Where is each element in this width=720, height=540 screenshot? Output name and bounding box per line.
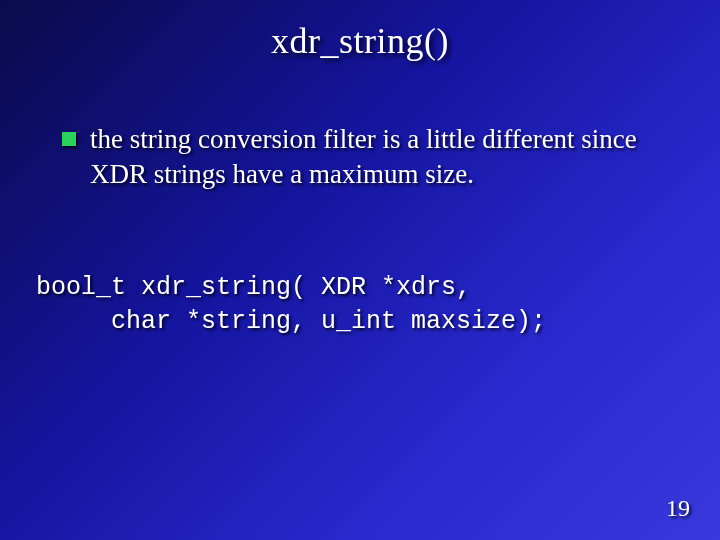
bullet-text: the string conversion filter is a little…: [90, 122, 670, 191]
slide-title: xdr_string(): [50, 20, 670, 62]
code-block: bool_t xdr_string( XDR *xdrs, char *stri…: [36, 271, 670, 339]
square-bullet-icon: [62, 132, 76, 146]
bullet-item: the string conversion filter is a little…: [62, 122, 670, 191]
code-line-1: bool_t xdr_string( XDR *xdrs,: [36, 273, 471, 302]
page-number: 19: [666, 495, 690, 522]
code-line-2: char *string, u_int maxsize);: [36, 307, 546, 336]
slide: xdr_string() the string conversion filte…: [0, 0, 720, 540]
